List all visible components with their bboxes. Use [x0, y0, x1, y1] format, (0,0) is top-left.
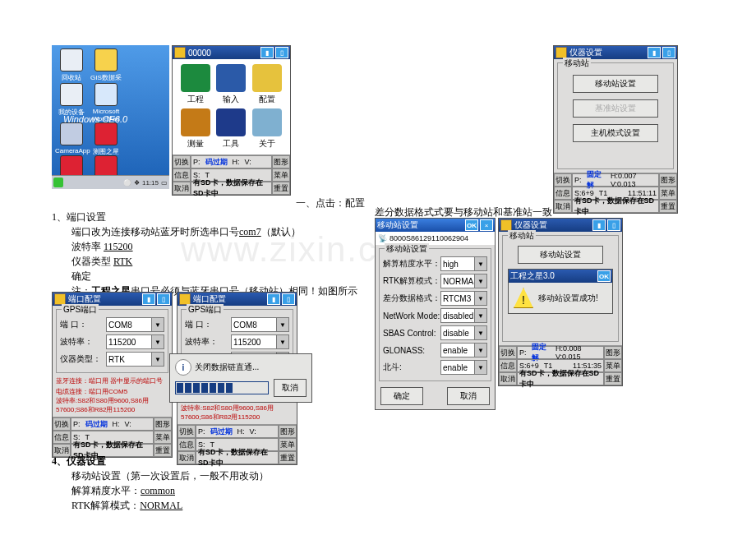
lbl-beidou: 北斗:	[383, 362, 440, 373]
status-footer: 切换信息取消 P:固定解H:0.008 V:0.015 S:6+9T111:51…	[499, 345, 622, 385]
sig-icon: ▯	[157, 293, 170, 305]
lbl-net: NetWork Mode:	[383, 311, 440, 321]
combo-prec[interactable]: high▼	[440, 256, 487, 271]
lbl-sbas: SBAS Control:	[383, 329, 440, 338]
heading-1: 一、点击：配置	[296, 196, 365, 210]
cancel-button[interactable]: 取消	[447, 387, 490, 405]
chevron-down-icon[interactable]: ▼	[474, 274, 486, 288]
msg-title: 工程之星3.0	[510, 270, 555, 282]
ft-cancel[interactable]: 取消	[173, 182, 191, 195]
ok-button[interactable]: OK	[597, 270, 611, 282]
combo-sbas[interactable]: disable▼	[440, 325, 487, 340]
cell-project[interactable]: 工程	[177, 64, 214, 105]
combo-baud[interactable]: 115200▼	[231, 334, 289, 349]
warning-icon: !	[514, 288, 533, 308]
chevron-down-icon[interactable]: ▼	[276, 318, 288, 331]
combo-beidou[interactable]: enable▼	[440, 360, 487, 375]
port-config-window-a: 端口配置▮▯ GPS端口 端 口：COM8▼ 波特率：115200▼ 仪器类型：…	[52, 292, 173, 458]
start-icon[interactable]	[53, 178, 63, 187]
status-footer: 切换信息取消 P:码过期H:V: S:T 有SD卡，数据保存在SD卡中 图形菜单…	[173, 155, 290, 195]
ft-info[interactable]: 信息	[173, 168, 191, 182]
chevron-down-icon[interactable]: ▼	[474, 257, 486, 270]
window-title: 移动站设置	[377, 219, 418, 231]
wince-desktop: 回收站 GIS数据采集 2.2 我的设备 Microsoft WordPad W…	[52, 45, 169, 189]
info-icon: i	[175, 359, 191, 376]
hint-bt: 蓝牙连接：端口用 器中显示的端口号	[53, 376, 172, 385]
combo-rtk[interactable]: NORMAL▼	[440, 274, 487, 288]
cell-survey[interactable]: 测量	[177, 108, 214, 150]
btn-base: 基准站设置	[573, 99, 658, 118]
instr-window-b: 仪器设置▮▯ 移动站 移动站设置 工程之星3.0OK ! 移动站设置成功! 切换…	[498, 218, 623, 386]
ft-menu[interactable]: 菜单	[272, 168, 290, 182]
ft-switch[interactable]: 切换	[173, 155, 191, 168]
ok-button[interactable]: OK	[465, 219, 478, 231]
sig-icon: ▯	[607, 219, 620, 231]
desk-icon-camera[interactable]: CameraApp	[55, 122, 88, 155]
chevron-down-icon[interactable]: ▼	[276, 335, 288, 348]
lbl-glonass: GLONASS:	[383, 346, 440, 355]
app-icon	[174, 47, 186, 58]
ok-button[interactable]: 确定	[380, 387, 423, 405]
bat-icon: ▮	[267, 293, 280, 305]
antenna-icon: 📡	[378, 234, 387, 242]
show-desktop-icon[interactable]: ▭	[161, 179, 168, 187]
ft-reset[interactable]: 重置	[272, 182, 290, 195]
bat-icon: ▮	[260, 47, 274, 58]
cancel-button[interactable]: 取消	[274, 379, 307, 397]
status-footer: 切换信息取消 P:固定解H:0.007 V:0.013 S:6+9T111:51…	[554, 173, 677, 213]
sig-icon: ▯	[282, 293, 295, 305]
combo-baud[interactable]: 115200▼	[106, 334, 164, 349]
app-icon	[555, 47, 567, 58]
bat-icon: ▮	[648, 47, 661, 58]
chevron-down-icon[interactable]: ▼	[151, 353, 164, 366]
btn-rover[interactable]: 移动站设置	[518, 246, 603, 264]
lbl-type: 仪器类型：	[60, 353, 106, 365]
chevron-down-icon[interactable]: ▼	[474, 309, 486, 322]
lbl-port: 端 口：	[60, 319, 106, 330]
device-id: 8000S86129110062904	[390, 234, 468, 242]
app-icon	[500, 219, 512, 231]
combo-net[interactable]: disabled▼	[440, 308, 487, 323]
combo-diff[interactable]: RTCM3▼	[440, 291, 487, 306]
chevron-down-icon[interactable]: ▼	[151, 318, 164, 331]
lbl-baud: 波特率：	[60, 336, 106, 348]
sig-icon: ▯	[662, 47, 675, 58]
instr-window-a: 仪器设置▮▯ 移动站 移动站设置 基准站设置 主机模式设置 切换信息取消 P:固…	[553, 45, 678, 214]
app-icon	[179, 293, 191, 305]
rover-window: 移动站设置OK× 📡 8000S86129110062904 移动站设置 解算精…	[375, 218, 496, 410]
hint-baud: 波特率:S82和S80用9600,S86用57600;S86和R82用11520…	[53, 396, 172, 417]
cell-tools[interactable]: 工具	[214, 108, 250, 150]
combo-port[interactable]: COM8▼	[106, 317, 164, 332]
lbl-prec: 解算精度水平：	[383, 258, 440, 270]
group-label: GPS端口	[62, 304, 99, 316]
group-label: 移动站	[563, 58, 591, 69]
cell-input[interactable]: 输入	[214, 64, 250, 105]
group-label: 移动站	[508, 230, 536, 242]
group-label: GPS端口	[187, 304, 224, 316]
chevron-down-icon[interactable]: ▼	[474, 326, 486, 339]
closing-text: 关闭数据链直通...	[195, 362, 259, 373]
status-footer: 切换信息取消 P:码过期H:V: S:T 有SD卡，数据保存在SD卡中 图形菜单…	[53, 417, 172, 457]
combo-type[interactable]: RTK▼	[106, 352, 164, 367]
desk-icon-recycle[interactable]: 回收站	[55, 48, 88, 82]
close-icon[interactable]: ×	[480, 219, 493, 231]
chevron-down-icon[interactable]: ▼	[474, 361, 486, 374]
chevron-down-icon[interactable]: ▼	[474, 292, 486, 305]
taskbar[interactable]: ⚪ ❖ 11:15 ▭	[52, 175, 169, 189]
combo-port[interactable]: COM8▼	[231, 317, 289, 332]
ft-graph[interactable]: 图形	[272, 155, 290, 168]
cell-about[interactable]: 关于	[249, 108, 285, 150]
desk-icon-mydevice[interactable]: 我的设备	[55, 83, 88, 117]
btn-hostmode[interactable]: 主机模式设置	[573, 124, 658, 142]
sec4-text: 4、仪器设置 移动站设置（第一次设置后，一般不用改动） 解算精度水平：commo…	[52, 454, 315, 513]
combo-glonass[interactable]: enable▼	[440, 343, 487, 357]
chevron-down-icon[interactable]: ▼	[151, 335, 164, 348]
msg-text: 移动站设置成功!	[538, 293, 598, 304]
bat-icon: ▮	[592, 219, 606, 231]
cell-config[interactable]: 配置	[249, 64, 285, 105]
bat-icon: ▮	[142, 293, 155, 305]
sig-icon: ▯	[275, 47, 288, 58]
window-title: 00000	[188, 48, 211, 58]
chevron-down-icon[interactable]: ▼	[474, 344, 486, 357]
btn-rover[interactable]: 移动站设置	[573, 75, 658, 93]
